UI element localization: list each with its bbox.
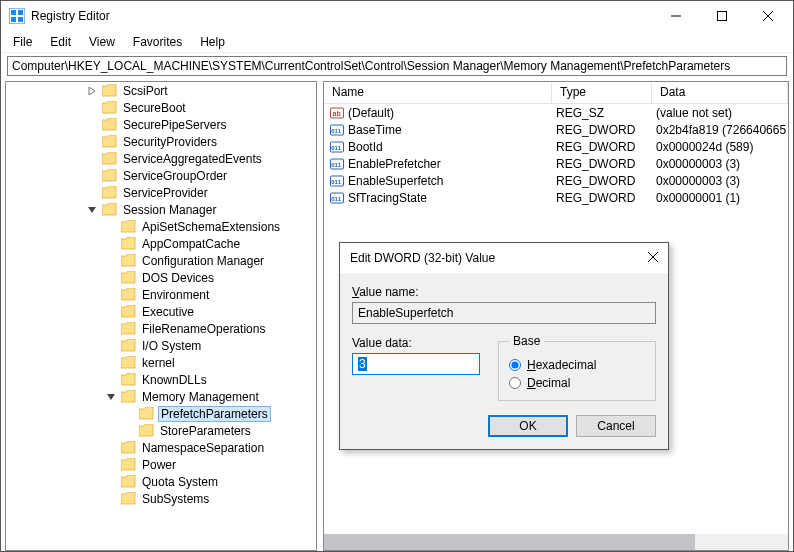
tree-node[interactable]: SecureBoot [6,99,316,116]
tree-node[interactable]: DOS Devices [6,269,316,286]
table-row[interactable]: 011SfTracingStateREG_DWORD0x00000001 (1) [324,189,788,206]
tree-node[interactable]: ServiceAggregatedEvents [6,150,316,167]
tree-node-label: NamespaceSeparation [140,441,266,455]
chevron-icon[interactable] [86,206,98,214]
value-data: 0x00000001 (1) [652,191,788,205]
folder-icon [121,220,136,233]
tree-node-label: Power [140,458,178,472]
value-type: REG_DWORD [552,157,652,171]
dword-value-icon: 011 [330,123,344,137]
window-title: Registry Editor [31,9,653,23]
tree-node[interactable]: ScsiPort [6,82,316,99]
col-data[interactable]: Data [652,82,788,103]
tree-node-label: Configuration Manager [140,254,266,268]
chevron-icon[interactable] [105,393,117,401]
tree-node[interactable]: SecurePipeServers [6,116,316,133]
tree-node[interactable]: ServiceGroupOrder [6,167,316,184]
table-row[interactable]: 011EnablePrefetcherREG_DWORD0x00000003 (… [324,155,788,172]
folder-icon [121,441,136,454]
tree-node[interactable]: SecurityProviders [6,133,316,150]
list-body: ab(Default)REG_SZ(value not set)011BaseT… [324,104,788,206]
menu-edit[interactable]: Edit [42,33,79,51]
base-group: Base Hexadecimal Decimal [498,334,656,401]
tree-node[interactable]: Memory Management [6,388,316,405]
menu-favorites[interactable]: Favorites [125,33,190,51]
svg-text:ab: ab [333,110,341,117]
value-name: (Default) [348,106,394,120]
tree-node[interactable]: AppCompatCache [6,235,316,252]
tree-node[interactable]: kernel [6,354,316,371]
tree-node[interactable]: PrefetchParameters [6,405,316,422]
address-input[interactable]: Computer\HKEY_LOCAL_MACHINE\SYSTEM\Curre… [7,56,787,76]
folder-icon [121,390,136,403]
svg-text:011: 011 [331,196,342,202]
tree-node[interactable]: Executive [6,303,316,320]
radio-decimal-input[interactable] [509,377,521,389]
folder-icon [102,203,117,216]
dialog-title-bar[interactable]: Edit DWORD (32-bit) Value [340,243,668,273]
svg-text:011: 011 [331,128,342,134]
tree-node[interactable]: StoreParameters [6,422,316,439]
value-name: EnableSuperfetch [348,174,443,188]
tree-node-label: ServiceGroupOrder [121,169,229,183]
cancel-button[interactable]: Cancel [576,415,656,437]
tree-node[interactable]: Quota System [6,473,316,490]
folder-icon [121,237,136,250]
tree-node[interactable]: NamespaceSeparation [6,439,316,456]
folder-icon [102,101,117,114]
folder-icon [121,288,136,301]
tree-node[interactable]: ServiceProvider [6,184,316,201]
horizontal-scrollbar[interactable] [324,534,788,550]
tree-node-label: SecurePipeServers [121,118,228,132]
radio-hexadecimal[interactable]: Hexadecimal [509,358,645,372]
radio-decimal[interactable]: Decimal [509,376,645,390]
tree-node[interactable]: Session Manager [6,201,316,218]
folder-icon [102,118,117,131]
minimize-button[interactable] [653,1,699,31]
tree-node-label: SecurityProviders [121,135,219,149]
col-type[interactable]: Type [552,82,652,103]
list-pane: Name Type Data ab(Default)REG_SZ(value n… [323,81,789,551]
tree-node-label: ServiceProvider [121,186,210,200]
svg-text:011: 011 [331,162,342,168]
tree-node[interactable]: I/O System [6,337,316,354]
close-button[interactable] [745,1,791,31]
svg-rect-4 [18,17,23,22]
menu-bar: File Edit View Favorites Help [1,31,793,53]
folder-icon [102,135,117,148]
folder-icon [121,356,136,369]
value-name-field[interactable]: EnableSuperfetch [352,302,656,324]
tree-node-label: kernel [140,356,177,370]
menu-help[interactable]: Help [192,33,233,51]
tree-node-label: FileRenameOperations [140,322,267,336]
tree-node[interactable]: FileRenameOperations [6,320,316,337]
value-data-input[interactable]: 3 [352,353,480,375]
tree-node[interactable]: Power [6,456,316,473]
table-row[interactable]: ab(Default)REG_SZ(value not set) [324,104,788,121]
list-header: Name Type Data [324,82,788,104]
tree-node-label: Environment [140,288,211,302]
value-type: REG_SZ [552,106,652,120]
ok-button[interactable]: OK [488,415,568,437]
tree-node[interactable]: KnownDLLs [6,371,316,388]
menu-file[interactable]: File [5,33,40,51]
tree-node[interactable]: ApiSetSchemaExtensions [6,218,316,235]
folder-icon [121,254,136,267]
value-data: 0x00000003 (3) [652,157,788,171]
chevron-icon[interactable] [86,87,98,95]
menu-view[interactable]: View [81,33,123,51]
maximize-button[interactable] [699,1,745,31]
svg-rect-2 [18,10,23,15]
tree-node[interactable]: SubSystems [6,490,316,507]
table-row[interactable]: 011BootIdREG_DWORD0x0000024d (589) [324,138,788,155]
radio-hexadecimal-input[interactable] [509,359,521,371]
value-type: REG_DWORD [552,191,652,205]
table-row[interactable]: 011EnableSuperfetchREG_DWORD0x00000003 (… [324,172,788,189]
tree-node[interactable]: Environment [6,286,316,303]
col-name[interactable]: Name [324,82,552,103]
tree-scroll[interactable]: ScsiPortSecureBootSecurePipeServersSecur… [6,82,316,550]
table-row[interactable]: 011BaseTimeREG_DWORD0x2b4fa819 (72664066… [324,121,788,138]
tree-node[interactable]: Configuration Manager [6,252,316,269]
dialog-close-button[interactable] [618,251,658,265]
tree-node-label: SubSystems [140,492,211,506]
